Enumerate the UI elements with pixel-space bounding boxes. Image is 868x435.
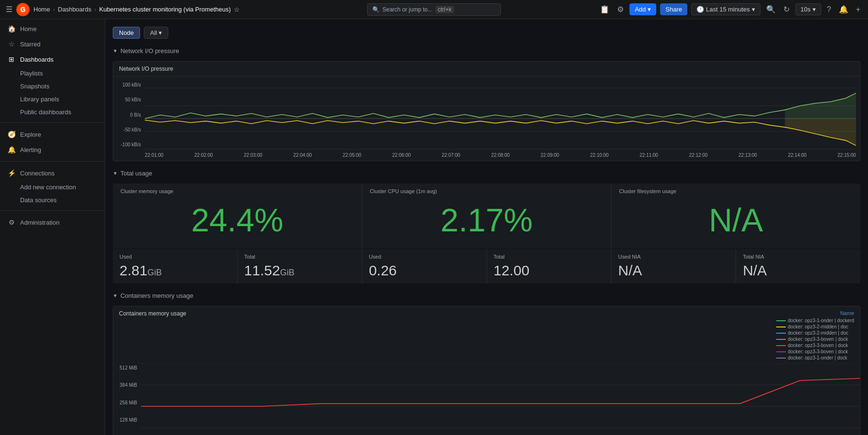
star-dashboard-button[interactable]: ☆ [234,6,240,13]
network-io-panel-title: Network I/O pressure [113,62,860,76]
share-button[interactable]: Share [660,3,687,15]
cluster-stat-panels: Cluster memory usage 24.4% Cluster CPU u… [113,184,860,249]
cluster-memory-panel: Cluster memory usage 24.4% [113,184,362,249]
home-icon: 🏠 [8,25,15,33]
used-cpu-value: 0.26 [369,262,480,279]
network-chart-area: 22:01:00 22:02:00 22:03:00 22:04:00 22:0… [145,80,856,157]
legend-item-2: docker: opz3-2-midden | doc [776,330,854,336]
cluster-filesystem-panel: Cluster filesystem usage N/A [611,184,860,249]
sidebar-item-starred[interactable]: ☆ Starred [0,36,105,52]
legend-color-3 [776,339,786,340]
sidebar-item-administration[interactable]: ⚙ Administration [0,215,105,230]
sidebar-item-connections[interactable]: ⚡ Connections [0,165,105,181]
save-button[interactable]: 📋 [598,3,611,16]
topbar-left: ☰ G Home › Dashboards › Kubernetes clust… [6,3,240,16]
sidebar-divider-1 [0,122,105,123]
breadcrumb: Home › Dashboards › Kubernetes cluster m… [33,6,240,13]
containers-chart-area: 22:01:00 22:02:00 22:03:00 22:04:00 22:0… [141,363,860,435]
sidebar-divider-2 [0,161,105,162]
total-fs-cell: Total NIA N/A [736,249,860,283]
cluster-filesystem-pct: N/A [709,204,763,236]
total-usage-section-header[interactable]: ▼ Total usage [113,167,860,180]
used-memory-label: Used [119,254,230,260]
interval-selector[interactable]: 10s ▾ [795,3,821,15]
sidebar-item-playlists[interactable]: Playlists [0,67,105,80]
sidebar-item-snapshots[interactable]: Snapshots [0,80,105,93]
plus-button[interactable]: + [854,3,862,16]
svg-marker-7 [785,119,856,146]
sidebar-section-admin: ⚙ Administration [0,213,105,232]
total-memory-label: Total [244,254,355,260]
node-filter-button[interactable]: Node [113,27,140,39]
refresh-button[interactable]: ↻ [781,3,792,16]
breadcrumb-current: Kubernetes cluster monitoring (via Prome… [99,6,230,13]
network-y-axis: 100 kB/s 50 kB/s 0 B/s -50 kB/s -100 kB/… [117,80,145,157]
dashboards-icon: ⊞ [8,55,15,63]
legend-item-5: docker: opz3-3-boven | dock [776,349,854,354]
search-bar[interactable]: 🔍 Search or jump to... ctrl+k [367,3,501,16]
containers-memory-header: Containers memory usage Name docker: opz… [113,306,860,363]
legend-item-1: docker: opz3-2-midden | doc [776,324,854,329]
zoom-out-button[interactable]: 🔍 [764,3,778,16]
legend-color-5 [776,351,786,352]
cluster-memory-pct: 24.4% [191,204,283,236]
search-icon: 🔍 [372,6,380,13]
sidebar-item-library-panels[interactable]: Library panels [0,93,105,106]
used-fs-label: Used NIA [618,254,729,260]
legend-color-6 [776,358,786,359]
cluster-memory-title: Cluster memory usage [120,188,354,194]
sidebar-section-explore: 🧭 Explore 🔔 Alerting [0,125,105,159]
help-button[interactable]: ? [825,3,833,16]
small-stats-row: Used 2.81GiB Total 11.52GiB Used 0.26 To… [113,249,860,283]
containers-memory-svg [141,363,860,435]
containers-y-axis: 512 MiB 384 MiB 256 MiB 128 MiB 0 B [113,363,141,435]
total-cpu-label: Total [494,254,605,260]
breadcrumb-home[interactable]: Home [33,6,50,13]
alerting-icon: 🔔 [8,146,15,153]
chevron-down-icon: ▾ [752,6,755,13]
star-icon: ☆ [8,40,15,48]
sidebar-item-alerting[interactable]: 🔔 Alerting [0,142,105,157]
topbar: ☰ G Home › Dashboards › Kubernetes clust… [0,0,868,19]
sidebar-item-home[interactable]: 🏠 Home [0,21,105,36]
sidebar-section-main: 🏠 Home ☆ Starred ⊞ Dashboards Playlists … [0,19,105,120]
settings-button[interactable]: ⚙ [615,3,626,16]
cluster-cpu-title: Cluster CPU usage (1m avg) [370,188,604,194]
total-fs-value: N/A [743,262,854,279]
menu-toggle[interactable]: ☰ [6,5,12,14]
legend-item-0: docker: opz3-1-onder | dockerd [776,318,854,323]
explore-icon: 🧭 [8,130,15,138]
search-container: 🔍 Search or jump to... ctrl+k [367,3,501,16]
legend-color-4 [776,345,786,346]
network-io-panel-content: 100 kB/s 50 kB/s 0 B/s -50 kB/s -100 kB/… [113,76,860,161]
total-cpu-cell: Total 12.00 [487,249,611,283]
all-filter-button[interactable]: All ▾ [144,27,168,39]
legend-item-3: docker: opz3-3-boven | dock [776,337,854,342]
add-button[interactable]: Add ▾ [629,3,656,15]
sidebar-item-public-dashboards[interactable]: Public dashboards [0,106,105,119]
search-placeholder: Search or jump to... [382,6,433,13]
used-cpu-cell: Used 0.26 [362,249,487,283]
sidebar-item-explore[interactable]: 🧭 Explore [0,127,105,142]
chevron-icon: ▼ [113,48,118,54]
sidebar-divider-3 [0,210,105,211]
sidebar: 🏠 Home ☆ Starred ⊞ Dashboards Playlists … [0,19,105,435]
legend-color-2 [776,333,786,334]
total-memory-cell: Total 11.52GiB [238,249,362,283]
sidebar-item-add-connection[interactable]: Add new connection [0,181,105,194]
search-shortcut: ctrl+k [435,6,454,13]
sidebar-item-dashboards[interactable]: ⊞ Dashboards [0,52,105,67]
clock-icon: 🕐 [696,6,704,13]
network-io-svg [145,80,856,157]
cluster-cpu-panel: Cluster CPU usage (1m avg) 2.17% [362,184,611,249]
sidebar-section-connections: ⚡ Connections Add new connection Data so… [0,163,105,208]
legend-item-6: docker: opz3-1-onder | dock [776,355,854,360]
time-range-picker[interactable]: 🕐 Last 15 minutes ▾ [691,3,760,15]
containers-memory-section-header[interactable]: ▼ Containers memory usage [113,289,860,302]
sidebar-item-data-sources[interactable]: Data sources [0,194,105,207]
breadcrumb-dashboards[interactable]: Dashboards [58,6,91,13]
network-io-section-header[interactable]: ▼ Network I/O pressure [113,44,860,57]
notifications-button[interactable]: 🔔 [837,3,850,16]
network-chart-wrapper: 100 kB/s 50 kB/s 0 B/s -50 kB/s -100 kB/… [117,80,856,157]
legend-item-4: docker: opz3-3-boven | dock [776,343,854,348]
